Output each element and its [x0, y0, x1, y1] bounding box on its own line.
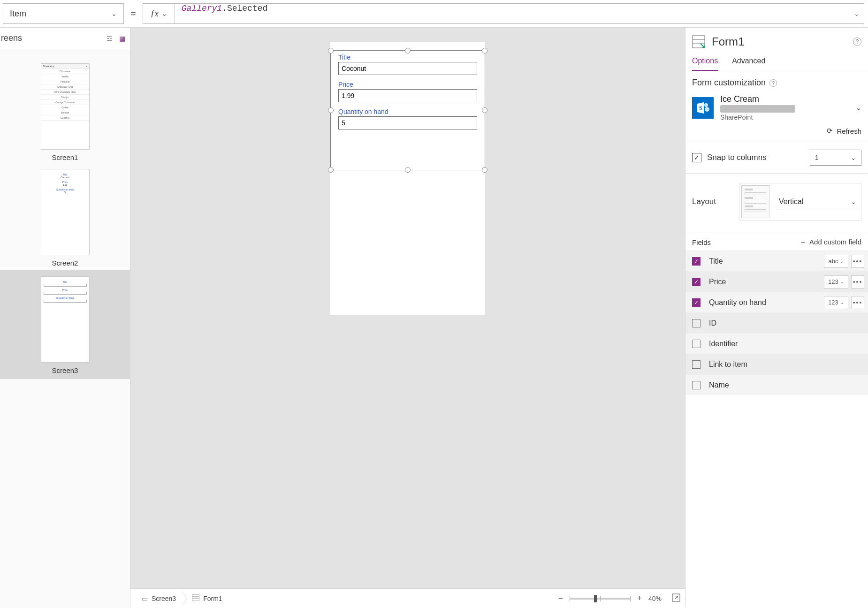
layout-label: Layout — [692, 197, 730, 206]
formula-bar[interactable]: ƒx ⌄ Gallery1.Selected ⌄ — [143, 3, 864, 24]
tab-options[interactable]: Options — [692, 54, 718, 71]
property-selector-value: Item — [10, 9, 26, 19]
screen-thumbnail-label: Screen1 — [14, 153, 116, 161]
field-checkbox[interactable] — [692, 381, 700, 389]
refresh-icon: ⟳ — [827, 127, 833, 135]
breadcrumb-screen[interactable]: ▭ Screen3 — [135, 592, 183, 605]
field-checkbox[interactable] — [692, 319, 700, 327]
field-name: Price — [709, 278, 824, 286]
popout-icon[interactable] — [672, 593, 680, 603]
field-type-selector[interactable]: 123⌄ — [824, 296, 848, 309]
svg-point-9 — [704, 103, 708, 107]
screen-thumbnail[interactable]: TitlePriceQuantity on hand — [41, 276, 90, 363]
layout-select[interactable]: Vertical ⌄ — [776, 193, 859, 210]
list-view-icon[interactable]: ☲ — [107, 35, 113, 42]
formula-input[interactable]: Gallery1.Selected — [175, 4, 850, 23]
refresh-button[interactable]: ⟳ Refresh — [685, 125, 868, 142]
field-checkbox[interactable]: ✓ — [692, 257, 700, 266]
zoom-in-button[interactable]: + — [635, 593, 644, 603]
property-selector[interactable]: Item ⌄ — [3, 3, 124, 24]
zoom-out-button[interactable]: − — [556, 593, 565, 603]
grid-view-icon[interactable]: ▦ — [119, 35, 125, 42]
fx-button[interactable]: ƒx ⌄ — [143, 4, 175, 23]
snap-columns-count[interactable]: 1 ⌄ — [810, 150, 861, 166]
resize-handle[interactable] — [405, 48, 411, 53]
canvas[interactable]: TitlePriceQuantity on hand ▭ Screen3 For… — [130, 28, 685, 608]
chevron-down-icon: ⌄ — [851, 198, 856, 205]
resize-handle[interactable] — [405, 167, 411, 173]
add-custom-field[interactable]: ＋ Add custom field — [799, 238, 861, 247]
form-field-input[interactable] — [338, 62, 477, 75]
resize-handle[interactable] — [328, 48, 334, 53]
field-checkbox[interactable] — [692, 340, 700, 348]
form-field-input[interactable] — [338, 89, 477, 102]
form-icon — [692, 35, 705, 48]
breadcrumb-form[interactable]: Form1 — [185, 592, 228, 605]
field-row: ID — [685, 312, 868, 333]
resize-handle[interactable] — [482, 48, 487, 53]
screen-thumbnail-label: Screen2 — [14, 259, 116, 267]
svg-rect-0 — [192, 594, 199, 601]
field-row: ✓Price123⌄••• — [685, 271, 868, 292]
zoom-percentage: 40% — [648, 595, 662, 602]
tree-view-panel: reens ☲ ▦ Strawberry›ChocolateVanillaPis… — [0, 28, 130, 608]
screen-icon: ▭ — [142, 595, 148, 602]
equals-sign: = — [129, 8, 138, 19]
field-type-selector[interactable]: 123⌄ — [824, 275, 848, 289]
field-checkbox[interactable]: ✓ — [692, 278, 700, 286]
field-name: ID — [709, 319, 864, 327]
chevron-down-icon: ⌄ — [111, 10, 117, 17]
form-control[interactable]: TitlePriceQuantity on hand — [330, 50, 485, 170]
breadcrumb-label: Screen3 — [152, 595, 176, 602]
resize-handle[interactable] — [328, 107, 334, 113]
canvas-footer: ▭ Screen3 Form1 − + 40% — [130, 588, 685, 608]
field-name: Quantity on hand — [709, 298, 824, 307]
field-checkbox[interactable] — [692, 360, 700, 369]
chevron-down-icon: ⌄ — [851, 154, 856, 161]
field-name: Name — [709, 381, 864, 389]
datasource-service: SharePoint — [720, 114, 849, 121]
snap-columns-label: Snap to columns — [707, 153, 804, 162]
resize-handle[interactable] — [328, 167, 334, 173]
field-type-selector[interactable]: abc⌄ — [824, 255, 848, 268]
screen-thumbnail[interactable]: TitleCoconutPrice1.99Quantity on hand5 — [41, 169, 90, 255]
screen-device-frame: TitlePriceQuantity on hand — [330, 42, 485, 315]
formula-expand-icon[interactable]: ⌄ — [850, 10, 864, 17]
snap-columns-checkbox[interactable]: ✓ — [692, 153, 701, 162]
redacted-text — [720, 105, 795, 113]
plus-icon: ＋ — [799, 238, 807, 247]
tab-advanced[interactable]: Advanced — [732, 54, 765, 71]
chevron-down-icon: ⌄ — [855, 103, 861, 112]
field-more-icon[interactable]: ••• — [851, 275, 864, 289]
formula-part-prop: .Selected — [222, 4, 267, 13]
field-row: Identifier — [685, 333, 868, 354]
layout-value: Vertical — [779, 198, 803, 206]
info-icon[interactable]: ? — [769, 79, 777, 87]
resize-handle[interactable] — [482, 107, 487, 113]
field-name: Title — [709, 257, 824, 266]
resize-handle[interactable] — [482, 167, 487, 173]
zoom-slider[interactable] — [570, 598, 631, 600]
field-checkbox[interactable]: ✓ — [692, 298, 700, 307]
snap-columns-value: 1 — [815, 154, 819, 161]
field-row: ✓Quantity on hand123⌄••• — [685, 292, 868, 312]
form-icon — [192, 594, 199, 602]
panel-title: Form1 — [712, 35, 744, 48]
form-field-label: Quantity on hand — [338, 108, 477, 115]
help-icon[interactable]: ? — [853, 38, 861, 46]
datasource-selector[interactable]: S Ice Cream SharePoint ⌄ — [685, 92, 868, 125]
tree-header-label: reens — [0, 33, 22, 43]
layout-preview — [741, 185, 769, 218]
svg-text:S: S — [699, 105, 702, 111]
form-field-input[interactable] — [338, 116, 477, 129]
screen-thumbnail[interactable]: Strawberry›ChocolateVanillaPistachioChoc… — [41, 63, 90, 150]
field-row: Link to item — [685, 354, 868, 374]
refresh-label: Refresh — [837, 127, 861, 135]
screen-thumbnail-label: Screen3 — [14, 366, 116, 374]
field-more-icon[interactable]: ••• — [851, 296, 864, 309]
fields-header: Fields — [692, 238, 711, 246]
svg-point-10 — [705, 107, 709, 112]
field-more-icon[interactable]: ••• — [851, 255, 864, 268]
field-row: ✓Titleabc⌄••• — [685, 251, 868, 271]
zoom-controls: − + 40% — [556, 593, 680, 603]
